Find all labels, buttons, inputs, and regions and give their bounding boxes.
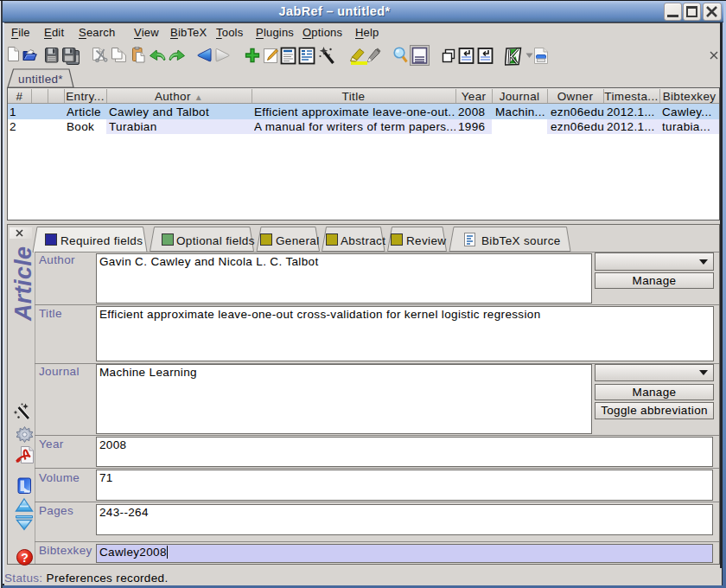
svg-text:?: ? [21, 551, 29, 565]
